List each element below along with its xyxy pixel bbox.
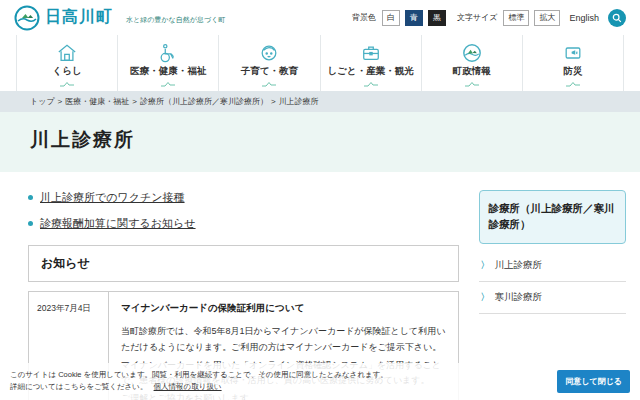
breadcrumb-separator: > (132, 97, 137, 106)
english-link[interactable]: English (569, 13, 599, 23)
briefcase-icon (360, 43, 382, 63)
hill-decoration-icon (363, 81, 379, 87)
bg-white-button[interactable]: 白 (382, 10, 400, 26)
list-item: 診療報酬加算に関するお知らせ (28, 216, 459, 231)
news-paragraph: 当町診療所では、令和5年8月1日からマイナンバーカードが保険証として利用いただけ… (121, 324, 446, 356)
sidebar-item-samukawa[interactable]: 〉 寒川診療所 (479, 282, 626, 314)
bullet-icon (28, 195, 33, 200)
header-tools: 背景色 白 青 黒 文字サイズ 標準 拡大 English (352, 9, 626, 27)
cookie-line2: 詳細についてはこちらをご覧ください。 (10, 382, 147, 391)
sidebar-item-kawakami[interactable]: 〉 川上診療所 (479, 250, 626, 282)
chevron-right-icon: 〉 (481, 291, 490, 304)
font-standard-button[interactable]: 標準 (503, 10, 529, 26)
nav-label: くらし (53, 65, 82, 78)
page-title: 川上診療所 (30, 127, 610, 153)
chevron-right-icon: 〉 (481, 259, 490, 272)
child-icon (258, 43, 280, 63)
hill-decoration-icon (565, 81, 581, 87)
wheelchair-icon (157, 43, 179, 63)
site-tagline: 水と緑の豊かな自然が息づく町 (126, 15, 225, 25)
sidebar-item-label: 川上診療所 (495, 259, 543, 272)
sidebar-item-label: 寒川診療所 (495, 291, 543, 304)
vaccine-link[interactable]: 川上診療所でのワクチン接種 (40, 190, 185, 205)
site-name: 日高川町 (45, 7, 113, 28)
quick-links: 川上診療所でのワクチン接種 診療報酬加算に関するお知らせ (28, 190, 459, 231)
nav-label: 町政情報 (453, 65, 491, 78)
nav-item-iryo-kenko-fukushi[interactable]: 医療・健康・福祉 (117, 35, 218, 91)
emergency-speaker-icon (562, 43, 584, 63)
breadcrumb-separator: > (271, 97, 276, 106)
breadcrumb-link-top[interactable]: トップ (30, 97, 55, 106)
header: 日高川町 水と緑の豊かな自然が息づく町 背景色 白 青 黒 文字サイズ 標準 拡… (0, 0, 640, 35)
news-heading: お知らせ (28, 245, 459, 282)
nav-item-kosodate-kyoiku[interactable]: 子育て・教育 (218, 35, 319, 91)
bullet-icon (28, 221, 33, 226)
hill-decoration-icon (464, 81, 480, 87)
nav-label: 医療・健康・福祉 (130, 65, 206, 78)
bg-blue-button[interactable]: 青 (405, 10, 423, 26)
cookie-text: このサイトは Cookie を使用しています。閲覧・利用を継続することで、その使… (10, 369, 388, 393)
cookie-line1: このサイトは Cookie を使用しています。閲覧・利用を継続することで、その使… (10, 370, 388, 379)
nav-item-choseijoho[interactable]: 町政情報 (421, 35, 522, 91)
breadcrumb-current: 川上診療所 (279, 97, 319, 106)
town-emblem-icon (462, 43, 482, 63)
breadcrumb-separator: > (58, 97, 63, 106)
page: 日高川町 水と緑の豊かな自然が息づく町 背景色 白 青 黒 文字サイズ 標準 拡… (0, 0, 640, 400)
breadcrumb: トップ>医療・健康・福祉>診療所（川上診療所／寒川診療所）>川上診療所 (0, 91, 640, 112)
sidebar-heading: 診療所（川上診療所／寒川診療所） (479, 190, 626, 244)
breadcrumb-link-iryo[interactable]: 医療・健康・福祉 (65, 97, 129, 106)
town-logo-icon (14, 5, 40, 31)
cookie-agree-button[interactable]: 同意して閉じる (557, 370, 630, 393)
bg-black-button[interactable]: 黒 (428, 10, 446, 26)
nav-item-bosai[interactable]: 防災 (522, 35, 624, 91)
list-item: 川上診療所でのワクチン接種 (28, 190, 459, 205)
page-title-band: 川上診療所 (0, 112, 640, 172)
news-title: マイナンバーカードの保険証利用について (121, 302, 446, 315)
font-size-label: 文字サイズ (457, 12, 498, 23)
privacy-policy-link[interactable]: 個人情報の取り扱い (154, 382, 222, 391)
breadcrumb-link-shinryojo[interactable]: 診療所（川上診療所／寒川診療所） (140, 97, 268, 106)
site-brand[interactable]: 日高川町 水と緑の豊かな自然が息づく町 (14, 5, 225, 31)
nav-item-shigoto-sangyo-kanko[interactable]: しごと・産業・観光 (320, 35, 421, 91)
search-button[interactable] (608, 9, 626, 27)
font-large-button[interactable]: 拡大 (534, 10, 560, 26)
nav-label: しごと・産業・観光 (328, 65, 414, 78)
hill-decoration-icon (59, 81, 75, 87)
nav-item-kurashi[interactable]: くらし (16, 35, 117, 91)
global-nav: くらし 医療・健康・福祉 (0, 35, 640, 91)
hill-decoration-icon (160, 81, 176, 87)
nav-label: 子育て・教育 (241, 65, 298, 78)
search-icon (612, 13, 622, 23)
fee-notice-link[interactable]: 診療報酬加算に関するお知らせ (40, 216, 196, 231)
hill-decoration-icon (261, 81, 277, 87)
cookie-banner: このサイトは Cookie を使用しています。閲覧・利用を継続することで、その使… (0, 363, 640, 400)
nav-label: 防災 (563, 65, 582, 78)
sidebar-list: 〉 川上診療所 〉 寒川診療所 (479, 250, 626, 314)
bg-color-label: 背景色 (352, 12, 376, 23)
house-icon (56, 43, 78, 63)
